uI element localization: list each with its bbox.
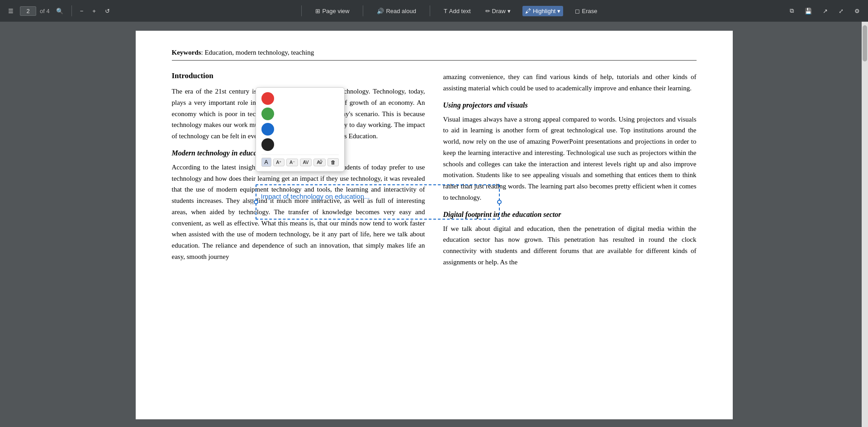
toolbar-right: ⧉ 💾 ↗ ⤢ ⚙ (787, 5, 863, 16)
selection-tooltip: Impact of technology on education... (261, 192, 370, 200)
page-number-input[interactable] (20, 6, 36, 16)
settings-button[interactable]: ⚙ (852, 6, 863, 16)
pdf-page: Keywords: Education, modern technology, … (136, 31, 733, 419)
toolbar-left: ☰ of 4 🔍 − + ↺ (5, 5, 113, 16)
plus-icon: + (92, 8, 96, 14)
copy-icon: ⧉ (790, 7, 794, 14)
two-col-layout: Introduction The era of the 21st century… (172, 71, 697, 273)
pdf-container[interactable]: Keywords: Education, modern technology, … (0, 22, 868, 427)
digital-text: If we talk about digital and education, … (443, 223, 697, 268)
font-up-button[interactable]: A⁺ (273, 159, 285, 166)
delete-text-button[interactable]: 🗑 (327, 158, 339, 166)
page-view-icon: ⊞ (315, 8, 320, 14)
add-text-icon: T (444, 8, 447, 14)
expand-button[interactable]: ⤢ (836, 6, 846, 16)
keywords-line: Keywords: Education, modern technology, … (172, 49, 697, 61)
expand-icon: ⤢ (839, 8, 844, 14)
divider-1 (71, 5, 72, 16)
color-row-black (261, 138, 339, 151)
highlight-label: Highlight (533, 8, 556, 14)
add-text-label: Add text (449, 8, 471, 14)
draw-icon: ✏ (485, 8, 490, 14)
selection-handle-right[interactable] (497, 200, 502, 204)
text-color-button[interactable]: A (261, 158, 271, 167)
save-icon: 💾 (805, 8, 812, 14)
highlight-chevron-icon: ▾ (557, 8, 560, 14)
keywords-label: Keywords (172, 49, 201, 56)
highlight-button[interactable]: 🖍 Highlight ▾ (522, 6, 564, 16)
color-black[interactable] (261, 138, 274, 151)
color-row-green (261, 108, 339, 120)
right-intro-text: amazing convenience, they can find vario… (443, 71, 697, 94)
keywords-value: : Education, modern technology, teaching (201, 49, 314, 56)
color-red[interactable] (261, 92, 274, 105)
page-of-label: of 4 (40, 8, 50, 14)
save-button[interactable]: 💾 (802, 6, 815, 16)
draw-label: Draw (492, 8, 506, 14)
text-style-row: A A⁺ A⁻ AV AV̄ 🗑 (261, 155, 339, 167)
read-aloud-label: Read aloud (386, 8, 416, 14)
zoom-button[interactable]: 🔍 (53, 6, 66, 16)
font-down-button[interactable]: A⁻ (286, 159, 298, 166)
drag-handle-icon[interactable]: ⠿ (249, 198, 255, 206)
zoom-out-button[interactable]: − (77, 6, 86, 16)
divider-3 (363, 5, 363, 16)
page-scrollbar[interactable] (862, 22, 868, 427)
word-spacing-button[interactable]: AV̄ (313, 159, 326, 166)
erase-button[interactable]: ◻ Erase (572, 6, 600, 16)
toolbar-center: ⊞ Page view 🔊 Read aloud T Add text ✏ Dr… (114, 5, 785, 16)
draw-chevron-icon: ▾ (508, 8, 511, 14)
add-text-button[interactable]: T Add text (441, 6, 474, 16)
color-row-blue (261, 123, 339, 136)
color-row (261, 92, 339, 105)
intro-heading: Introduction (172, 71, 425, 80)
text-selection-box[interactable]: ⠿ Impact of technology on education... (256, 184, 500, 220)
color-picker-popup: A A⁺ A⁻ AV AV̄ 🗑 (256, 87, 345, 172)
settings-icon: ⚙ (854, 8, 860, 14)
rotate-icon: ↺ (105, 8, 110, 14)
highlight-icon: 🖍 (525, 8, 531, 14)
divider-2 (301, 5, 302, 16)
share-icon: ↗ (823, 8, 828, 14)
erase-icon: ◻ (575, 8, 580, 14)
menu-icon: ☰ (8, 8, 14, 14)
divider-4 (430, 5, 430, 16)
zoom-in-button[interactable]: + (90, 6, 99, 16)
share-button[interactable]: ↗ (820, 6, 830, 16)
rotate-button[interactable]: ↺ (102, 6, 113, 16)
letter-spacing-button[interactable]: AV (300, 159, 312, 166)
menu-button[interactable]: ☰ (5, 6, 16, 16)
copy-button[interactable]: ⧉ (787, 5, 797, 16)
color-blue[interactable] (261, 123, 274, 136)
page-view-label: Page view (322, 8, 349, 14)
scrollbar-thumb[interactable] (863, 25, 867, 61)
read-aloud-icon: 🔊 (377, 8, 384, 14)
minus-icon: − (80, 8, 84, 14)
toolbar: ☰ of 4 🔍 − + ↺ ⊞ Page view 🔊 Read aloud (0, 0, 868, 22)
projectors-heading: Using projectors and visuals (443, 101, 697, 109)
page-view-button[interactable]: ⊞ Page view (313, 6, 352, 16)
color-green[interactable] (261, 108, 274, 120)
right-column: amazing convenience, they can find vario… (443, 71, 697, 273)
read-aloud-button[interactable]: 🔊 Read aloud (374, 6, 419, 16)
erase-label: Erase (582, 8, 597, 14)
zoom-icon: 🔍 (56, 8, 63, 14)
draw-button[interactable]: ✏ Draw ▾ (483, 6, 513, 16)
